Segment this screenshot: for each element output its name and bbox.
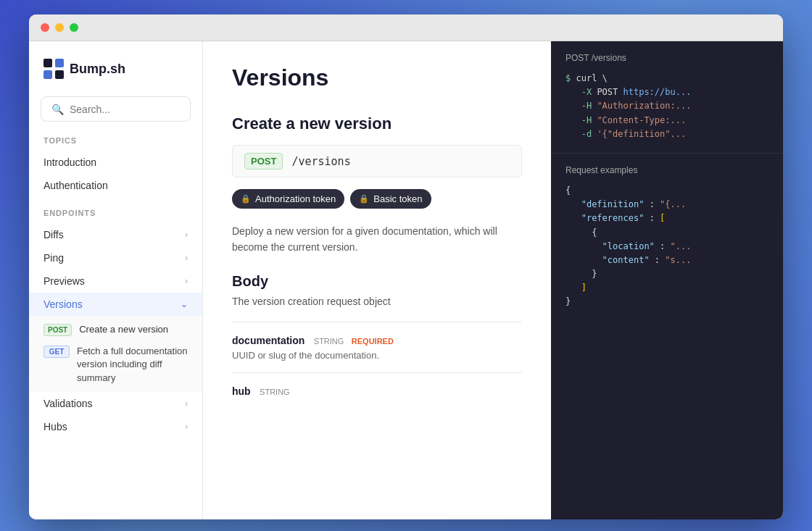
svg-rect-0 [44, 59, 52, 67]
chevron-right-icon: › [185, 230, 188, 240]
right-panel: POST /versions $ curl \ -X POST https://… [551, 41, 783, 519]
logo-text: Bump.sh [70, 62, 125, 77]
content-area: Versions Create a new version POST /vers… [203, 41, 783, 519]
sidebar-item-versions[interactable]: Versions ⌄ [29, 293, 202, 316]
auth-badge-basic[interactable]: 🔒 Basic token [350, 189, 431, 209]
json-section: Request examples { "definition" : "{... … [551, 154, 783, 321]
param-name: hub [232, 385, 251, 397]
param-required: REQUIRED [352, 337, 394, 346]
endpoints-section: ENDPOINTS Diffs › Ping › Previews › Vers… [29, 209, 202, 438]
sub-item-post-version[interactable]: POST Create a new version [44, 319, 202, 340]
svg-rect-3 [55, 70, 64, 79]
auth-badges: 🔒 Authorization token 🔒 Basic token [232, 189, 522, 209]
lock-icon: 🔒 [359, 194, 369, 204]
chevron-right-icon: › [185, 422, 188, 432]
logo-area: Bump.sh [29, 59, 202, 96]
code-section-title: POST /versions [566, 53, 768, 63]
chevron-right-icon: › [185, 276, 188, 286]
code-line: -H "Content-Type:... [566, 114, 768, 127]
sidebar-item-introduction[interactable]: Introduction [29, 151, 202, 174]
param-hub: hub STRING [232, 372, 522, 409]
sidebar: Bump.sh 🔍 ⌘K TOPICS Introduction Authent… [29, 41, 203, 519]
param-name: documentation [232, 335, 304, 346]
svg-rect-2 [44, 70, 52, 79]
page-title: Versions [232, 64, 522, 91]
sidebar-item-validations[interactable]: Validations › [29, 392, 202, 415]
app-body: Bump.sh 🔍 ⌘K TOPICS Introduction Authent… [29, 41, 783, 519]
search-bar[interactable]: 🔍 ⌘K [41, 96, 191, 122]
sidebar-search-area: 🔍 ⌘K [29, 96, 202, 136]
param-documentation: documentation STRING REQUIRED UUID or sl… [232, 322, 522, 372]
close-dot[interactable] [41, 23, 49, 32]
body-section-title: Body [232, 273, 522, 290]
sidebar-item-authentication[interactable]: Authentication [29, 174, 202, 197]
code-line: -d '{"definition"... [566, 127, 768, 141]
param-type: STRING [314, 337, 344, 346]
endpoint-row: POST /versions [232, 145, 522, 177]
versions-sub-items: POST Create a new version GET Fetch a fu… [29, 316, 202, 392]
svg-rect-1 [55, 59, 64, 67]
sidebar-item-hubs[interactable]: Hubs › [29, 415, 202, 438]
section-title: Create a new version [232, 114, 522, 133]
browser-window: Bump.sh 🔍 ⌘K TOPICS Introduction Authent… [29, 14, 783, 519]
lock-icon: 🔒 [241, 194, 251, 204]
sidebar-item-diffs[interactable]: Diffs › [29, 223, 202, 246]
endpoints-label: ENDPOINTS [29, 209, 202, 223]
method-tag: POST [244, 153, 283, 170]
logo-icon [44, 59, 64, 79]
chevron-right-icon: › [185, 253, 188, 263]
param-desc: UUID or slug of the documentation. [232, 350, 522, 361]
chevron-down-icon: ⌄ [181, 299, 188, 309]
endpoint-path: /versions [291, 155, 350, 168]
sidebar-item-ping[interactable]: Ping › [29, 246, 202, 269]
topics-section: TOPICS Introduction Authentication [29, 136, 202, 197]
main-content: Versions Create a new version POST /vers… [203, 41, 551, 519]
sub-item-get-version[interactable]: GET Fetch a full documentation version i… [44, 340, 202, 389]
get-badge: GET [44, 346, 70, 358]
endpoint-description: Deploy a new version for a given documen… [232, 223, 522, 256]
auth-badge-token[interactable]: 🔒 Authorization token [232, 189, 344, 209]
maximize-dot[interactable] [70, 23, 78, 32]
search-input[interactable] [70, 104, 196, 115]
code-line: $ curl \ [566, 72, 768, 85]
code-section: POST /versions $ curl \ -X POST https://… [551, 41, 783, 154]
code-line: -H "Authorization:... [566, 99, 768, 113]
chevron-right-icon: › [185, 398, 188, 409]
json-title: Request examples [566, 165, 768, 175]
topics-label: TOPICS [29, 136, 202, 151]
minimize-dot[interactable] [55, 23, 64, 32]
body-description: The version creation request object [232, 296, 522, 307]
browser-chrome [29, 14, 783, 41]
param-type: STRING [260, 388, 290, 396]
code-line: -X POST https://bu... [566, 85, 768, 99]
post-badge: POST [44, 324, 72, 336]
search-icon: 🔍 [51, 104, 64, 115]
sidebar-item-previews[interactable]: Previews › [29, 269, 202, 293]
